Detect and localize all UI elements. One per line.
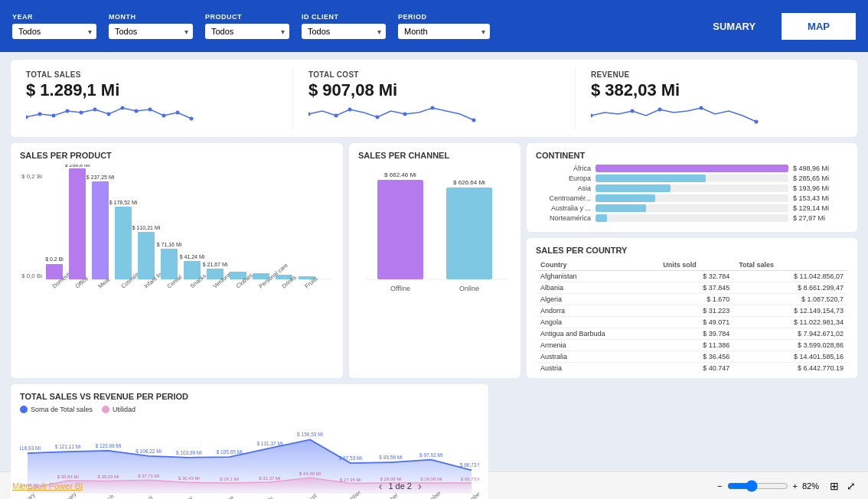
svg-text:$ 110,21 Mi: $ 110,21 Mi xyxy=(132,225,161,230)
kpi-revenue: REVENUE $ 382,03 Mi xyxy=(576,67,857,129)
country-table: Country Units sold Total sales Afghanist… xyxy=(536,259,848,370)
kpi-row: TOTAL SALES $ 1.289,1 Mi xyxy=(11,60,857,137)
month-select-wrap: Todos xyxy=(109,24,193,39)
continent-card: CONTINENT África $ 498,96 Mi Europa $ 28… xyxy=(527,143,857,232)
svg-text:$ 71,16 Mi: $ 71,16 Mi xyxy=(157,242,182,247)
svg-text:$ 41,24 Mi: $ 41,24 Mi xyxy=(180,254,205,259)
svg-text:$ 66,73 Mi: $ 66,73 Mi xyxy=(460,462,479,468)
kpi-total-cost-sparkline xyxy=(308,103,560,126)
svg-text:$ 626.64 Mi: $ 626.64 Mi xyxy=(453,179,485,186)
units-cell: $ 11.386 xyxy=(658,340,734,351)
sales-cell: $ 3.599.028,86 xyxy=(734,340,848,351)
zoom-slider[interactable] xyxy=(727,480,788,492)
sales-per-product-title: SALES PER PRODUCT xyxy=(20,151,334,160)
svg-text:$ 21,67 Mi: $ 21,67 Mi xyxy=(203,262,228,267)
svg-point-19 xyxy=(472,119,476,122)
col-sales: Total sales xyxy=(734,259,848,271)
table-row: Andorra $ 31.223 $ 12.149.154,73 xyxy=(536,305,848,317)
continent-name: Centroamér... xyxy=(536,194,591,202)
svg-point-5 xyxy=(93,108,97,112)
idclient-filter-group: ID CLIENT Todos xyxy=(302,13,386,39)
month-filter-group: MONTH Todos xyxy=(109,13,193,39)
svg-text:$ 37,71 Mi: $ 37,71 Mi xyxy=(138,474,159,478)
svg-point-21 xyxy=(631,109,635,113)
idclient-select-wrap: Todos xyxy=(302,24,386,39)
kpi-total-cost-value: $ 907,08 Mi xyxy=(308,80,560,100)
svg-text:$ 116,93 Mi: $ 116,93 Mi xyxy=(20,445,41,451)
svg-text:$ 662.46 Mi: $ 662.46 Mi xyxy=(384,171,416,178)
svg-rect-34 xyxy=(92,181,109,279)
brand-link[interactable]: Microsoft Power BI xyxy=(12,481,83,491)
continent-bar-bg xyxy=(596,165,788,172)
fullscreen-icon[interactable]: ⤢ xyxy=(847,480,856,492)
continent-bar-fill xyxy=(596,184,671,192)
tab-sumary[interactable]: SUMARY xyxy=(687,13,782,40)
prev-page-button[interactable]: ‹ xyxy=(379,480,383,492)
country-cell: Angola xyxy=(536,317,658,328)
table-row: Australia $ 36.456 $ 14.401.585,16 xyxy=(536,351,848,363)
continent-value: $ 193,96 Mi xyxy=(793,184,848,192)
fit-page-icon[interactable]: ⊞ xyxy=(830,480,839,492)
legend-utilidad-dot xyxy=(102,406,109,413)
period-select[interactable]: Month xyxy=(398,24,490,39)
svg-text:$ 131,37 Mi: $ 131,37 Mi xyxy=(256,441,282,446)
kpi-revenue-title: REVENUE xyxy=(591,70,842,79)
kpi-total-sales: TOTAL SALES $ 1.289,1 Mi xyxy=(11,67,293,129)
total-sales-vs-revenue-title: TOTAL SALES VS REVENUE PER PERIOD xyxy=(20,392,479,401)
kpi-revenue-value: $ 382,03 Mi xyxy=(591,80,842,100)
zoom-minus[interactable]: − xyxy=(717,481,722,491)
svg-point-11 xyxy=(176,111,180,115)
idclient-label: ID CLIENT xyxy=(302,13,386,21)
sales-per-country-card: SALES PER COUNTRY Country Units sold Tot… xyxy=(527,238,857,378)
svg-text:$ 178,52 Mi: $ 178,52 Mi xyxy=(109,200,138,205)
svg-text:$ 31,37 Mi: $ 31,37 Mi xyxy=(259,476,280,481)
svg-text:$ 27,95 Mi: $ 27,95 Mi xyxy=(340,478,361,482)
next-page-button[interactable]: › xyxy=(418,480,422,492)
continent-value: $ 153,43 Mi xyxy=(793,194,848,202)
table-row: Armenia $ 11.386 $ 3.599.028,86 xyxy=(536,340,848,351)
svg-point-16 xyxy=(376,116,380,119)
continent-row: Asia $ 193,96 Mi xyxy=(536,184,848,192)
kpi-revenue-sparkline xyxy=(591,103,842,126)
country-cell: Algeria xyxy=(536,294,658,305)
country-cell: Austria xyxy=(536,363,658,371)
svg-text:July: July xyxy=(263,494,275,499)
continent-bar-fill xyxy=(596,204,646,212)
svg-text:$ 105,65 Mi: $ 105,65 Mi xyxy=(217,449,243,455)
legend-total-sales-label: Soma de Total sales xyxy=(31,406,93,413)
svg-text:March: March xyxy=(99,493,116,499)
product-select[interactable]: Todos xyxy=(205,24,289,39)
sales-cell: $ 11.022.981,34 xyxy=(734,317,848,328)
continent-name: Europa xyxy=(536,174,591,182)
chart-legend: Soma de Total sales Utilidad xyxy=(20,406,479,413)
sales-cell: $ 11.042.856,07 xyxy=(734,271,848,282)
country-table-scroll[interactable]: Country Units sold Total sales Afghanist… xyxy=(536,259,848,370)
svg-text:$ 35,84 Mi: $ 35,84 Mi xyxy=(57,475,79,479)
zoom-plus[interactable]: + xyxy=(793,481,798,491)
svg-point-23 xyxy=(700,106,703,110)
svg-text:$ 35,03 Mi: $ 35,03 Mi xyxy=(97,475,119,479)
period-label: PERIOD xyxy=(398,13,490,21)
table-row: Albania $ 37.845 $ 8.661.299,47 xyxy=(536,282,848,294)
units-cell: $ 37.845 xyxy=(658,282,734,294)
svg-point-22 xyxy=(658,108,662,112)
sales-cell: $ 6.442.770,19 xyxy=(734,363,848,371)
legend-total-sales-dot xyxy=(20,406,28,413)
col-units: Units sold xyxy=(658,259,734,271)
period-select-wrap: Month xyxy=(398,24,490,39)
table-row: Antigua and Barbuda $ 39.784 $ 7.942.671… xyxy=(536,328,848,340)
kpi-total-sales-sparkline xyxy=(26,103,277,126)
kpi-total-cost-title: TOTAL COST xyxy=(308,70,560,79)
country-cell: Afghanistan xyxy=(536,271,658,282)
svg-point-3 xyxy=(66,109,70,113)
product-filter-group: PRODUCT Todos xyxy=(205,13,289,39)
year-select[interactable]: Todos xyxy=(12,24,96,39)
svg-point-17 xyxy=(403,113,407,116)
continent-row: África $ 498,96 Mi xyxy=(536,165,848,172)
month-select[interactable]: Todos xyxy=(109,24,193,39)
tab-map[interactable]: MAP xyxy=(782,13,856,40)
svg-rect-40 xyxy=(138,232,155,279)
idclient-select[interactable]: Todos xyxy=(302,24,386,39)
main-content: TOTAL SALES $ 1.289,1 Mi xyxy=(0,52,868,471)
legend-total-sales: Soma de Total sales xyxy=(20,406,93,413)
